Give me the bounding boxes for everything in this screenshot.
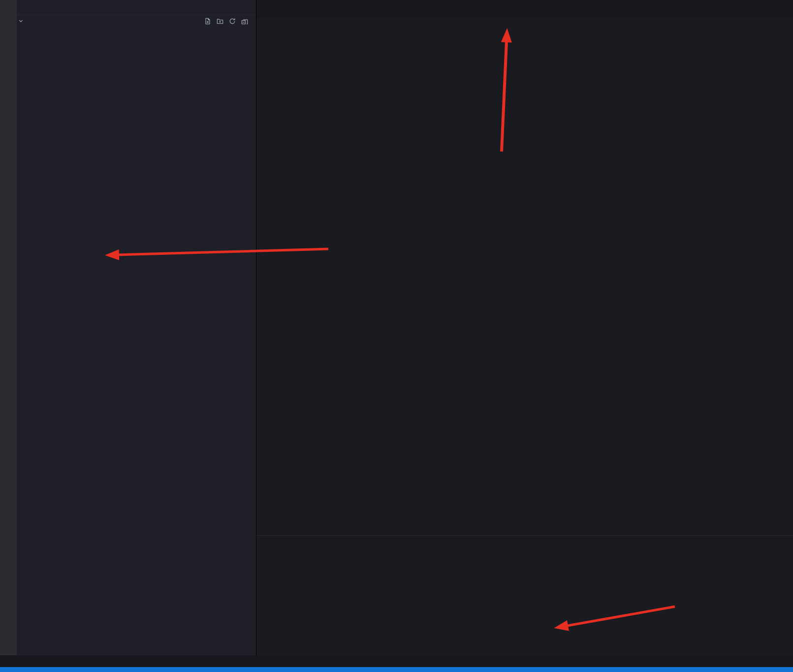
activity-bar [0,0,17,655]
panel-tabs [256,536,793,551]
collapse-folders-button[interactable] [241,18,248,25]
explorer-workspace-header[interactable] [17,15,256,27]
explorer-actions [204,18,253,25]
refresh-explorer-button[interactable] [229,18,236,25]
vscode-window [0,0,793,672]
new-folder-button[interactable] [217,18,223,25]
editor-column [256,0,793,655]
editor-tabs-bar [256,0,793,18]
main-area [0,0,793,655]
terminal[interactable] [256,551,793,655]
editor-pane[interactable] [256,31,793,535]
bottom-panel [256,535,793,655]
file-tree [17,27,256,655]
bottom-accent-strip [0,667,793,672]
breadcrumb [256,18,793,31]
chevron-down-icon [19,18,23,22]
explorer-sidebar [17,0,256,655]
sidebar-title-bar [17,0,256,15]
status-bar [0,655,793,667]
new-file-button[interactable] [204,18,211,25]
